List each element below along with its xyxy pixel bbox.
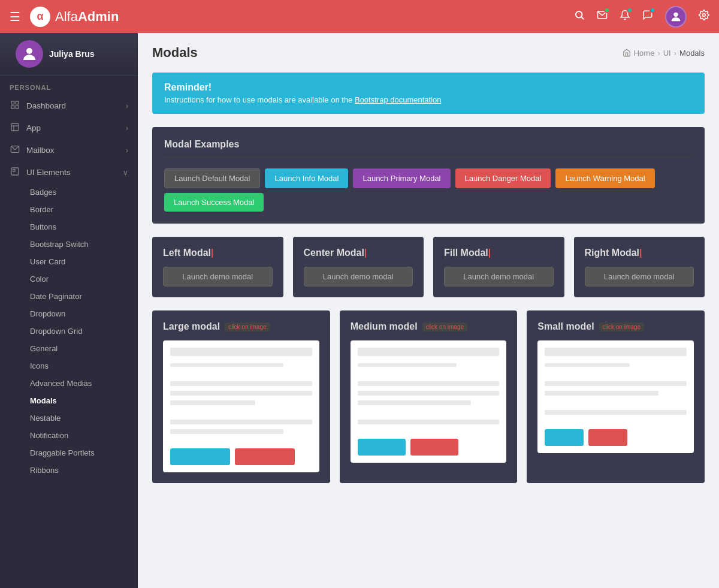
alert-banner: Reminder! Instructions for how to use mo… — [152, 73, 705, 114]
sidebar-app-label: App — [26, 123, 41, 132]
svg-rect-9 — [16, 105, 19, 108]
sidebar-item-modals[interactable]: Modals — [20, 392, 138, 409]
home-icon — [623, 49, 631, 57]
dashboard-icon — [10, 100, 20, 111]
mail-badge — [604, 7, 610, 13]
svg-point-3 — [673, 12, 678, 16]
sidebar-item-draggable-portlets[interactable]: Draggable Portlets — [20, 444, 138, 462]
svg-rect-8 — [11, 105, 14, 108]
modal-examples-card: Modal Examples Launch Default Modal Laun… — [152, 127, 705, 224]
launch-danger-modal-button[interactable]: Launch Danger Modal — [455, 168, 551, 188]
sidebar-item-dashboard[interactable]: Dashboard › — [0, 95, 138, 117]
page-header: Modals Home › UI › Modals — [152, 45, 705, 61]
breadcrumb-home[interactable]: Home — [634, 49, 655, 58]
sidebar-user-arrow: › — [92, 49, 95, 59]
small-modal-title: Small model — [537, 321, 594, 332]
hamburger-icon: ☰ — [10, 10, 20, 23]
chat-badge — [649, 7, 655, 13]
medium-modal-badge: click on image — [422, 322, 467, 331]
left-modal-launch-button[interactable]: Launch demo modal — [163, 267, 273, 287]
svg-rect-6 — [11, 101, 14, 104]
launch-info-modal-button[interactable]: Launch Info Modal — [265, 168, 348, 188]
sidebar: Juliya Brus › PERSONAL Dashboard › App ›… — [0, 33, 138, 588]
sidebar-sub-menu: Badges Border Buttons Bootstrap Switch U… — [0, 183, 138, 479]
sidebar-item-mailbox[interactable]: Mailbox › — [0, 139, 138, 161]
launch-primary-modal-button[interactable]: Launch Primary Modal — [353, 168, 450, 188]
center-modal-card: Center Modal| Launch demo modal — [293, 237, 424, 297]
user-panel[interactable]: Juliya Brus › — [0, 33, 138, 76]
svg-point-4 — [703, 14, 706, 17]
launch-success-modal-button[interactable]: Launch Success Modal — [164, 193, 264, 212]
right-modal-launch-button[interactable]: Launch demo modal — [585, 267, 694, 287]
search-button[interactable] — [574, 10, 585, 23]
main-content: Modals Home › UI › Modals Reminder! Inst… — [138, 33, 719, 588]
medium-modal-header: Medium model click on image — [351, 321, 507, 332]
sidebar-item-general[interactable]: General — [20, 340, 138, 357]
svg-rect-10 — [11, 123, 19, 131]
sidebar-item-buttons[interactable]: Buttons — [20, 218, 138, 236]
sidebar-item-notification[interactable]: Notification — [20, 427, 138, 444]
sidebar-item-dropdown-grid[interactable]: Dropdown Grid — [20, 322, 138, 340]
fill-modal-launch-button[interactable]: Launch demo modal — [444, 267, 554, 287]
right-modal-title: Right Modal| — [585, 248, 694, 258]
sidebar-item-date-paginator[interactable]: Date Paginator — [20, 288, 138, 305]
medium-modal-preview — [351, 340, 507, 463]
medium-modal-title: Medium model — [351, 321, 418, 332]
medium-modal-preview-buttons — [358, 439, 500, 456]
brand-name: AlfaAdmin — [55, 9, 119, 25]
bell-badge — [627, 7, 633, 13]
sidebar-item-badges[interactable]: Badges — [20, 183, 138, 201]
small-modal-preview-buttons — [545, 429, 687, 446]
sidebar-dashboard-label: Dashboard — [26, 101, 66, 110]
svg-rect-15 — [13, 170, 15, 171]
ui-elements-icon — [10, 167, 20, 178]
sidebar-item-ui-elements[interactable]: UI Elements ∨ — [0, 161, 138, 183]
sidebar-item-advanced-medias[interactable]: Advanced Medias — [20, 375, 138, 392]
sidebar-ui-elements-label: UI Elements — [26, 168, 71, 177]
chat-button[interactable] — [642, 10, 653, 23]
modal-buttons-row: Launch Default Modal Launch Info Modal L… — [164, 168, 693, 212]
alert-title: Reminder! — [164, 82, 693, 93]
small-modal-preview — [537, 340, 694, 453]
page-title: Modals — [152, 45, 198, 61]
modal-examples-title: Modal Examples — [164, 139, 693, 158]
large-modal-card[interactable]: Large modal click on image — [152, 310, 330, 483]
mail-button[interactable] — [597, 10, 608, 23]
settings-button[interactable] — [699, 10, 709, 23]
model-size-grid: Large modal click on image — [152, 310, 705, 483]
sidebar-item-icons[interactable]: Icons — [20, 357, 138, 375]
sidebar-mailbox-label: Mailbox — [26, 146, 55, 155]
sidebar-item-dropdown[interactable]: Dropdown — [20, 305, 138, 322]
right-modal-card: Right Modal| Launch demo modal — [574, 237, 705, 297]
sidebar-item-bootstrap-switch[interactable]: Bootstrap Switch — [20, 236, 138, 253]
medium-modal-card[interactable]: Medium model click on image — [340, 310, 518, 483]
brand-logo[interactable]: α AlfaAdmin — [30, 7, 119, 27]
large-modal-header: Large modal click on image — [163, 321, 319, 332]
center-modal-title: Center Modal| — [304, 248, 413, 258]
breadcrumb-ui[interactable]: UI — [663, 49, 671, 58]
sidebar-item-nestable[interactable]: Nestable — [20, 409, 138, 427]
center-modal-launch-button[interactable]: Launch demo modal — [304, 267, 413, 287]
sidebar-item-color[interactable]: Color — [20, 270, 138, 288]
large-modal-title: Large modal — [163, 321, 220, 332]
large-modal-preview-buttons — [170, 448, 312, 465]
user-avatar-button[interactable] — [665, 6, 687, 28]
sidebar-item-user-card[interactable]: User Card — [20, 253, 138, 270]
small-modal-card[interactable]: Small model click on image — [527, 310, 705, 483]
breadcrumb: Home › UI › Modals — [623, 49, 705, 58]
launch-warning-modal-button[interactable]: Launch Warning Modal — [555, 168, 654, 188]
modal-cards-grid: Left Modal| Launch demo modal Center Mod… — [152, 237, 705, 297]
small-modal-badge: click on image — [599, 322, 644, 331]
sidebar-item-ribbons[interactable]: Ribbons — [20, 462, 138, 479]
sidebar-item-app[interactable]: App › — [0, 117, 138, 139]
bell-button[interactable] — [620, 10, 630, 23]
svg-line-1 — [581, 17, 583, 19]
left-modal-title: Left Modal| — [163, 248, 273, 258]
hamburger-button[interactable]: ☰ — [10, 10, 20, 24]
fill-modal-title: Fill Modal| — [444, 248, 554, 258]
launch-default-modal-button[interactable]: Launch Default Modal — [164, 168, 260, 188]
bootstrap-docs-link[interactable]: Bootstrap documentation — [355, 95, 442, 104]
svg-rect-7 — [16, 101, 19, 104]
sidebar-item-border[interactable]: Border — [20, 201, 138, 218]
sidebar-avatar — [16, 40, 43, 68]
